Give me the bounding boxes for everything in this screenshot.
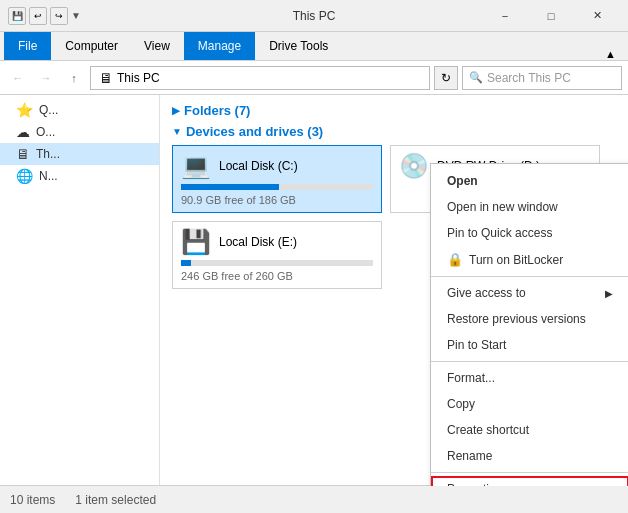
sidebar-label-network: N... [39,169,58,183]
ctx-open-new-window[interactable]: Open in new window [431,194,628,220]
drives-chevron: ▼ [172,126,182,137]
maximize-button[interactable]: □ [528,0,574,32]
item-count: 10 items [10,493,55,507]
minimize-button[interactable]: − [482,0,528,32]
ctx-pin-quick[interactable]: Pin to Quick access [431,220,628,246]
pc-icon: 🖥 [99,70,113,86]
drive-c-header: 💻 Local Disk (C:) [181,152,373,180]
status-bar: 10 items 1 item selected [0,485,628,513]
sidebar-label-quick: Q... [39,103,58,117]
ribbon-tabs: File Computer View Manage Drive Tools ▲ [0,32,628,60]
ribbon: File Computer View Manage Drive Tools ▲ [0,32,628,61]
up-button[interactable]: ↑ [62,66,86,90]
title-bar: 💾 ↩ ↪ ▼ This PC − □ ✕ [0,0,628,32]
folders-section-label: Folders (7) [184,103,250,118]
drive-c-icon: 💻 [181,152,211,180]
ctx-sep-2 [431,361,628,362]
drive-c-name: Local Disk (C:) [219,159,298,173]
drive-e-name: Local Disk (E:) [219,235,297,249]
close-button[interactable]: ✕ [574,0,620,32]
sidebar-item-thispc[interactable]: 🖥 Th... [0,143,159,165]
sidebar-item-onedrive[interactable]: ☁ O... [0,121,159,143]
redo-button[interactable]: ↪ [50,7,68,25]
drive-e-icon: 💾 [181,228,211,256]
ctx-rename[interactable]: Rename [431,443,628,469]
save-button[interactable]: 💾 [8,7,26,25]
context-menu: Open Open in new window Pin to Quick acc… [430,163,628,486]
drive-c[interactable]: 💻 Local Disk (C:) 90.9 GB free of 186 GB [172,145,382,213]
search-placeholder: Search This PC [487,71,571,85]
ctx-properties[interactable]: Properties [431,476,628,486]
drive-dvd-icon: 💿 [399,152,429,180]
ctx-restore[interactable]: Restore previous versions [431,306,628,332]
ctx-sep-1 [431,276,628,277]
ctx-format[interactable]: Format... [431,365,628,391]
address-input[interactable]: 🖥 This PC [90,66,430,90]
address-bar: ← → ↑ 🖥 This PC ↻ 🔍 Search This PC [0,61,628,95]
tab-manage[interactable]: Manage [184,32,255,60]
forward-button[interactable]: → [34,66,58,90]
sidebar-label-thispc: Th... [36,147,60,161]
ctx-sep-3 [431,472,628,473]
drive-e-free: 246 GB free of 260 GB [181,270,373,282]
window-title: This PC [293,9,336,23]
onedrive-icon: ☁ [16,124,30,140]
bitlocker-icon: 🔒 [447,252,463,267]
drive-c-progress [181,184,279,190]
drive-e[interactable]: 💾 Local Disk (E:) 246 GB free of 260 GB [172,221,382,289]
selected-count: 1 item selected [75,493,156,507]
back-button[interactable]: ← [6,66,30,90]
ctx-give-access[interactable]: Give access to ▶ [431,280,628,306]
folders-section-header[interactable]: ▶ Folders (7) [172,103,616,118]
network-icon: 🌐 [16,168,33,184]
sidebar-label-onedrive: O... [36,125,55,139]
ctx-open[interactable]: Open [431,168,628,194]
window-controls: − □ ✕ [482,0,620,32]
ctx-copy[interactable]: Copy [431,391,628,417]
address-path: This PC [117,71,160,85]
ctx-arrow-access: ▶ [605,288,613,299]
search-icon: 🔍 [469,71,483,84]
sidebar-item-quick[interactable]: ⭐ Q... [0,99,159,121]
sidebar-item-network[interactable]: 🌐 N... [0,165,159,187]
drive-c-progress-outer [181,184,373,190]
refresh-button[interactable]: ↻ [434,66,458,90]
quick-access-icon: ⭐ [16,102,33,118]
tab-file[interactable]: File [4,32,51,60]
drives-section-header[interactable]: ▼ Devices and drives (3) [172,124,616,139]
ctx-pin-start[interactable]: Pin to Start [431,332,628,358]
file-area: ▶ Folders (7) ▼ Devices and drives (3) 💻… [160,95,628,486]
search-box[interactable]: 🔍 Search This PC [462,66,622,90]
tab-computer[interactable]: Computer [53,32,130,60]
sidebar: ⭐ Q... ☁ O... 🖥 Th... 🌐 N... [0,95,160,486]
quick-access-toolbar: 💾 ↩ ↪ ▼ [8,7,81,25]
undo-button[interactable]: ↩ [29,7,47,25]
thispc-icon: 🖥 [16,146,30,162]
folders-chevron: ▶ [172,105,180,116]
drive-e-progress-outer [181,260,373,266]
drives-section-label: Devices and drives (3) [186,124,323,139]
ctx-bitlocker[interactable]: 🔒Turn on BitLocker [431,246,628,273]
tab-drive-tools[interactable]: Drive Tools [257,32,340,60]
drive-c-free: 90.9 GB free of 186 GB [181,194,373,206]
ribbon-collapse[interactable]: ▲ [597,48,624,60]
drive-e-header: 💾 Local Disk (E:) [181,228,373,256]
ctx-create-shortcut[interactable]: Create shortcut [431,417,628,443]
qat-dropdown[interactable]: ▼ [71,10,81,21]
main-area: ⭐ Q... ☁ O... 🖥 Th... 🌐 N... ▶ Folders (… [0,95,628,486]
drive-e-progress [181,260,191,266]
tab-view[interactable]: View [132,32,182,60]
